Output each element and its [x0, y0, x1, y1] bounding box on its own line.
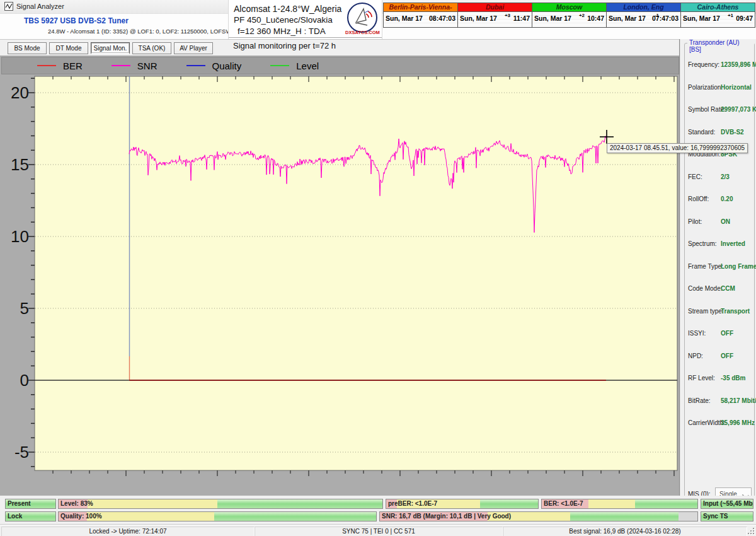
tab-dt-mode[interactable]: DT Mode — [49, 42, 88, 54]
window-title: Signal Analyzer — [16, 3, 64, 10]
param-value: Inverted — [721, 240, 745, 247]
transponder-row-pilot: Pilot: ON — [685, 218, 754, 227]
param-value: ON — [721, 218, 730, 225]
bar-label: preBER: <1.0E-7 — [388, 500, 437, 507]
tab-bs-mode[interactable]: BS Mode — [8, 42, 47, 54]
clock-city: Dubai — [458, 3, 532, 12]
statusbar-section-1: SYNC 75 | TEI 0 | CC 571 — [255, 527, 503, 536]
satellite-dish-icon — [348, 4, 376, 32]
transponder-row-npd: NPD: OFF — [685, 352, 754, 361]
y-axis-label: 20 — [11, 83, 29, 102]
transponder-row-rolloff: RollOff: 0.20 — [685, 195, 754, 204]
y-axis-label: 15 — [11, 155, 29, 174]
bar-segment — [480, 499, 538, 508]
param-label: CarrierWidth: — [688, 419, 725, 426]
clock-time-row: Sun, Mar 17 +2 10:47 — [532, 12, 606, 26]
param-label: RF Level: — [688, 375, 715, 382]
bar-snr: SNR: 16,7 dB (Margin: 10,1 dB | Very Goo… — [379, 511, 698, 521]
resize-grip[interactable] — [747, 527, 755, 535]
bar-label: Lock — [8, 513, 22, 520]
clock-time-row: Sun, Mar 17 -1 07:47:03 — [607, 12, 680, 26]
transponder-row-bitrate: BitRate: 58,217 Mbit/s — [685, 397, 754, 406]
bar-input: Input (~55,45 Mbps) — [701, 499, 753, 509]
clock-time: 11:47 — [513, 15, 530, 22]
tuner-detail: 24.8W - Alcomsat 1 (ID: 3352) @ LOF1: 0,… — [48, 28, 238, 35]
logo-circle — [347, 3, 377, 33]
param-value: Horizontal — [721, 84, 752, 91]
param-label: NPD: — [688, 352, 703, 359]
bar-label: SNR: 16,7 dB (Margin: 10,1 dB | Very Goo… — [382, 513, 511, 520]
transponder-row-polarization: Polarization: Horizontal — [685, 84, 754, 93]
param-value: 0.20 — [721, 195, 733, 202]
legend-item-level: Level — [270, 61, 319, 71]
clock-moscow: Moscow Sun, Mar 17 +2 10:47 — [532, 3, 607, 28]
clock-city: Moscow — [532, 3, 606, 12]
param-label: Code Mode: — [688, 285, 722, 292]
transponder-row-symbolrate: Symbol Rate: 29997,073 KS/s — [685, 106, 754, 115]
bar-segment — [570, 512, 678, 521]
param-value: 29997,073 KS/s — [721, 106, 756, 113]
legend-item-quality: Quality — [186, 61, 242, 71]
clock-dubai: Dubai Sun, Mar 17 +3 11:47 — [457, 3, 532, 28]
bar-label: Level: 83% — [60, 500, 93, 507]
tuner-name: TBS 5927 USB DVB-S2 Tuner — [24, 16, 129, 25]
legend-swatch — [270, 65, 289, 66]
site-name: PF 450_Lučenec/Slovakia — [234, 15, 333, 25]
clock-time: 08:47:03 — [429, 15, 455, 22]
legend-item-snr: SNR — [112, 61, 158, 71]
clock-utc-offset: +2 — [579, 13, 585, 18]
clock-time-row: Sun, Mar 17 08:47:03 — [384, 12, 457, 26]
param-label: Standard: — [688, 129, 715, 136]
transponder-row-frequency: Frequency: 12359,896 MHz — [685, 61, 754, 70]
param-label: ISSYI: — [688, 330, 706, 337]
y-axis-label: 0 — [20, 371, 29, 390]
transponder-row-issyi: ISSYI: OFF — [685, 330, 754, 339]
param-value: DVB-S2 — [721, 129, 744, 136]
legend-label: Level — [296, 61, 319, 71]
bar-lock: Lock — [5, 511, 56, 521]
chart-tooltip: 2024-03-17 08.45.51, value: 16,799999237… — [607, 143, 748, 153]
app-icon — [4, 2, 13, 11]
clock-city: Cairo-Athens — [681, 3, 755, 12]
transponder-row-spectrum: Spectrum: Inverted — [685, 240, 754, 249]
tab-av-player[interactable]: AV Player — [174, 42, 213, 54]
tab-tsa-ok-[interactable]: TSA (OK) — [132, 42, 171, 54]
param-label: Pilot: — [688, 218, 702, 225]
clock-time: 10:47 — [587, 15, 604, 22]
clock-berlin-paris-vienna-roma: Berlin-Paris-Vienna-Roma Sun, Mar 17 08:… — [383, 3, 458, 28]
transponder-row-codemode: Code Mode: CCM — [685, 285, 754, 294]
clock-city: London, Eng — [607, 3, 680, 12]
legend-swatch — [112, 65, 130, 66]
bar-label: Present — [8, 500, 31, 507]
param-label: Spectrum: — [688, 240, 717, 247]
statusbar-section-0: Locked -> Uptime: 72:14:07 — [1, 527, 255, 536]
signal-monitoring-chart[interactable]: -505101520 — [0, 73, 679, 496]
bar-ber: BER: <1.0E-7 — [541, 499, 698, 509]
transponder-row-frametype: Frame Type: Long Frame — [685, 263, 754, 272]
param-label: BitRate: — [688, 397, 711, 404]
bar-label: Input (~55,45 Mbps) — [703, 500, 753, 507]
param-value: 12359,896 MHz — [721, 61, 756, 68]
y-axis-label: -5 — [14, 443, 29, 462]
legend-swatch — [186, 65, 205, 66]
bar-label: Quality: 100% — [60, 513, 102, 520]
y-axis-label: 5 — [20, 299, 29, 318]
transponder-row-carrierwidth: CarrierWidth: 35,996 MHz — [685, 419, 754, 428]
bar-segment — [588, 499, 635, 508]
dxsatcs-logo: DXSATCS.COM — [345, 2, 379, 37]
tab-strip: BS ModeDT ModeSignal Mon.TSA (OK)AV Play… — [0, 39, 679, 56]
clock-date: Sun, Mar 17 — [386, 15, 423, 22]
transponder-row-fec: FEC: 2/3 — [685, 173, 754, 182]
clock-date: Sun, Mar 17 — [534, 15, 571, 22]
param-label: Frame Type: — [688, 263, 723, 270]
tab-signal-mon-[interactable]: Signal Mon. — [91, 42, 130, 54]
bar-level: Level: 83% — [58, 499, 383, 509]
frequency-line: f=12 360 MHz_H : TDA — [238, 26, 326, 36]
clock-city: Berlin-Paris-Vienna-Roma — [384, 3, 457, 12]
transponder-sidebar: Transponder (AU) [BS] Frequency: 12359,8… — [679, 39, 756, 496]
legend-item-ber: BER — [37, 61, 83, 71]
y-axis-label: 10 — [11, 227, 29, 246]
transponder-row-streamtype: Stream type: Transport — [685, 308, 754, 317]
transponder-groupbox: Transponder (AU) [BS] Frequency: 12359,8… — [684, 43, 755, 516]
clock-time: 09:47 — [736, 15, 753, 22]
